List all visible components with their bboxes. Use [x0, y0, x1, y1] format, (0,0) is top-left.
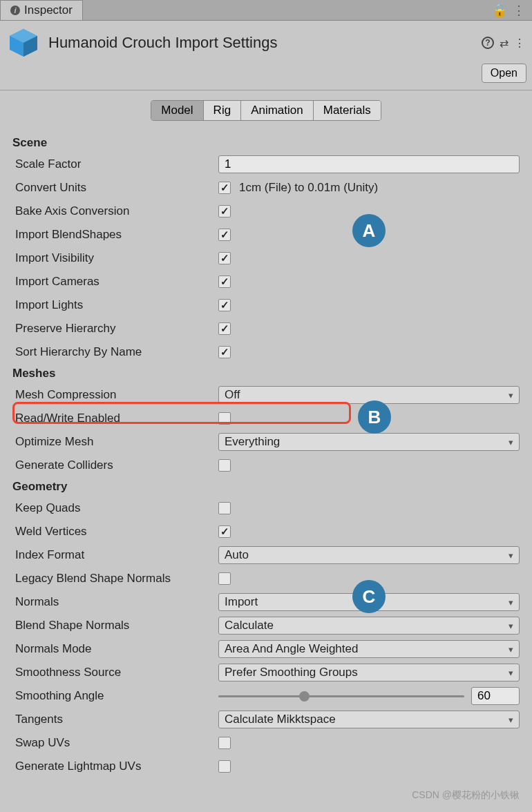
preserve-hierarchy-checkbox[interactable]	[218, 322, 231, 335]
generate-colliders-label: Generate Colliders	[12, 458, 218, 472]
convert-units-text: 1cm (File) to 0.01m (Unity)	[239, 181, 378, 195]
section-geometry: Geometry	[12, 477, 520, 496]
tab-inspector[interactable]: i Inspector	[0, 0, 83, 20]
import-blendshapes-checkbox[interactable]	[218, 229, 231, 241]
normals-mode-label: Normals Mode	[12, 642, 218, 656]
index-format-label: Index Format	[12, 548, 218, 562]
import-lights-label: Import Lights	[12, 298, 218, 312]
generate-lightmap-checkbox[interactable]	[218, 760, 231, 773]
scale-factor-label: Scale Factor	[12, 157, 218, 171]
sort-hierarchy-label: Sort Hierarchy By Name	[12, 345, 218, 359]
mesh-compression-label: Mesh Compression	[12, 388, 218, 402]
convert-units-checkbox[interactable]	[218, 182, 231, 194]
generate-colliders-checkbox[interactable]	[218, 459, 231, 472]
smoothness-source-dropdown[interactable]: Prefer Smoothing Groups	[218, 664, 520, 682]
scale-factor-input[interactable]	[218, 155, 520, 173]
tangents-dropdown[interactable]: Calculate Mikktspace	[218, 710, 520, 728]
index-format-dropdown[interactable]: Auto	[218, 546, 520, 564]
swap-uvs-label: Swap UVs	[12, 736, 218, 750]
tab-materials[interactable]: Materials	[314, 101, 381, 120]
preset-icon[interactable]: ⇄	[500, 37, 509, 50]
tab-rig[interactable]: Rig	[204, 101, 242, 120]
import-tabs: Model Rig Animation Materials	[0, 90, 532, 133]
smoothing-angle-label: Smoothing Angle	[12, 689, 218, 703]
blend-shape-normals-label: Blend Shape Normals	[12, 619, 218, 632]
prefab-icon	[7, 26, 40, 59]
tab-animation[interactable]: Animation	[241, 101, 314, 120]
tab-model[interactable]: Model	[151, 101, 203, 120]
optimize-mesh-label: Optimize Mesh	[12, 435, 218, 449]
lock-icon[interactable]: 🔒	[492, 3, 507, 18]
menu-icon[interactable]: ⋮	[513, 3, 525, 18]
blend-shape-normals-dropdown[interactable]: Calculate	[218, 617, 520, 635]
weld-vertices-checkbox[interactable]	[218, 525, 231, 538]
swap-uvs-checkbox[interactable]	[218, 737, 231, 749]
smoothing-angle-slider[interactable]	[218, 695, 464, 697]
generate-lightmap-label: Generate Lightmap UVs	[12, 760, 218, 773]
mesh-compression-dropdown[interactable]: Off	[218, 386, 520, 404]
keep-quads-label: Keep Quads	[12, 501, 218, 515]
legacy-blend-label: Legacy Blend Shape Normals	[12, 572, 218, 586]
bake-axis-label: Bake Axis Conversion	[12, 204, 218, 218]
preserve-hierarchy-label: Preserve Hierarchy	[12, 322, 218, 336]
optimize-mesh-dropdown[interactable]: Everything	[218, 433, 520, 451]
open-button[interactable]: Open	[482, 64, 526, 83]
asset-title: Humanoid Crouch Import Settings	[48, 34, 277, 52]
import-visibility-checkbox[interactable]	[218, 252, 231, 264]
read-write-label: Read/Write Enabled	[12, 412, 218, 425]
normals-label: Normals	[12, 595, 218, 609]
info-icon: i	[10, 6, 20, 15]
normals-dropdown[interactable]: Import	[218, 593, 520, 611]
read-write-checkbox[interactable]	[218, 412, 231, 425]
import-lights-checkbox[interactable]	[218, 299, 231, 311]
asset-header: Humanoid Crouch Import Settings ? ⇄ ⋮	[0, 21, 532, 62]
import-cameras-checkbox[interactable]	[218, 276, 231, 288]
import-visibility-label: Import Visibility	[12, 251, 218, 265]
smoothing-angle-input[interactable]	[471, 687, 520, 705]
help-icon[interactable]: ?	[482, 37, 494, 49]
sort-hierarchy-checkbox[interactable]	[218, 346, 231, 358]
window-tab-bar: i Inspector 🔒 ⋮	[0, 0, 532, 21]
normals-mode-dropdown[interactable]: Area And Angle Weighted	[218, 640, 520, 658]
import-blendshapes-label: Import BlendShapes	[12, 228, 218, 242]
smoothness-source-label: Smoothness Source	[12, 666, 218, 679]
import-cameras-label: Import Cameras	[12, 275, 218, 289]
convert-units-label: Convert Units	[12, 181, 218, 195]
weld-vertices-label: Weld Vertices	[12, 525, 218, 539]
section-meshes: Meshes	[12, 364, 520, 383]
tangents-label: Tangents	[12, 713, 218, 726]
watermark: CSDN @樱花粉的小铁锹	[412, 789, 520, 802]
kebab-icon[interactable]: ⋮	[514, 37, 525, 50]
bake-axis-checkbox[interactable]	[218, 205, 231, 218]
section-scene: Scene	[12, 133, 520, 153]
tab-label: Inspector	[24, 3, 73, 17]
legacy-blend-checkbox[interactable]	[218, 572, 231, 585]
keep-quads-checkbox[interactable]	[218, 502, 231, 514]
